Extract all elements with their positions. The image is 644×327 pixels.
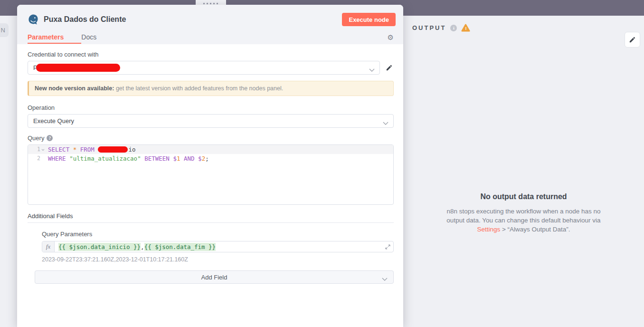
parameters-panel: Credential to connect with P bbox=[17, 44, 403, 284]
redaction-mark bbox=[36, 64, 120, 72]
add-field-button[interactable]: Add Field bbox=[35, 270, 394, 284]
gear-icon[interactable]: ⚙ bbox=[388, 34, 394, 41]
operation-select[interactable]: Execute Query bbox=[28, 114, 394, 128]
credential-select[interactable]: P bbox=[28, 61, 380, 75]
code-text: WHERE "ultima_atualizacao" BETWEEN $1 AN… bbox=[45, 154, 209, 163]
chevron-down-icon bbox=[369, 67, 375, 74]
code-line: 2 WHERE "ultima_atualizacao" BETWEEN $1 … bbox=[28, 154, 393, 163]
n8n-node-detail-view: N OUTPUT i ! No output data ret bbox=[0, 0, 644, 327]
pencil-icon bbox=[386, 64, 393, 71]
modal-header: Puxa Dados do Cliente Execute node Param… bbox=[17, 5, 403, 44]
expression-value[interactable]: {{ $json.data_inicio }},{{ $json.data_fi… bbox=[55, 241, 382, 252]
active-tab-underline bbox=[28, 43, 81, 44]
code-line: 1 SELECT * FROM io bbox=[28, 145, 393, 154]
output-panel-title: OUTPUT bbox=[412, 24, 446, 31]
warning-exclamation: ! bbox=[461, 26, 470, 31]
sql-code-editor[interactable]: 1 SELECT * FROM io 2 WHERE "ultima_atual… bbox=[28, 144, 394, 205]
operation-label: Operation bbox=[28, 104, 394, 111]
pencil-icon bbox=[629, 36, 636, 43]
no-output-text-after: > “Always Output Data”. bbox=[500, 226, 570, 233]
notice-bold: New node version available: bbox=[35, 85, 114, 92]
no-output-message: No output data returned n8n stops execut… bbox=[443, 192, 605, 234]
fx-icon[interactable]: fx bbox=[42, 241, 55, 252]
tab-bar: Parameters Docs bbox=[28, 33, 114, 41]
additional-fields-heading: Additional Fields bbox=[28, 212, 394, 220]
no-output-text-before: n8n stops executing the workflow when a … bbox=[446, 208, 600, 224]
tab-parameters[interactable]: Parameters bbox=[28, 33, 64, 41]
tab-docs[interactable]: Docs bbox=[81, 33, 96, 41]
node-title: Puxa Dados do Cliente bbox=[44, 15, 126, 24]
output-panel: OUTPUT i ! No output data returned n8n s… bbox=[403, 16, 644, 327]
no-output-body: n8n stops executing the workflow when a … bbox=[445, 207, 602, 234]
code-text: SELECT * FROM io bbox=[45, 145, 135, 154]
node-settings-modal: Puxa Dados do Cliente Execute node Param… bbox=[17, 5, 403, 327]
info-icon[interactable]: i bbox=[450, 25, 457, 31]
query-parameters-label: Query Parameters bbox=[42, 231, 394, 238]
output-header: OUTPUT i ! bbox=[412, 24, 640, 32]
chevron-down-icon bbox=[383, 120, 388, 127]
warning-icon[interactable]: ! bbox=[461, 24, 470, 32]
add-field-label: Add Field bbox=[201, 274, 227, 281]
edit-output-button[interactable] bbox=[625, 32, 640, 48]
operation-value: Execute Query bbox=[33, 117, 74, 125]
postgres-node-icon bbox=[28, 14, 39, 25]
expression-preview: 2023-09-22T23:37:21.160Z,2023-12-01T10:1… bbox=[42, 256, 394, 263]
redaction-mark bbox=[98, 146, 128, 153]
no-output-title: No output data returned bbox=[443, 192, 605, 201]
divider bbox=[28, 222, 394, 223]
notice-text: get the latest version with added featur… bbox=[114, 85, 283, 92]
settings-link[interactable]: Settings bbox=[477, 226, 500, 233]
fold-chevron-icon[interactable] bbox=[40, 145, 45, 154]
line-number: 1 bbox=[28, 145, 40, 154]
canvas-edge-node[interactable]: N bbox=[0, 23, 9, 37]
expression-input: fx {{ $json.data_inicio }},{{ $json.data… bbox=[42, 241, 394, 252]
execute-node-button[interactable]: Execute node bbox=[342, 13, 396, 26]
edit-credential-button[interactable] bbox=[384, 63, 394, 73]
chevron-down-icon bbox=[382, 276, 388, 283]
line-number: 2 bbox=[28, 154, 40, 163]
credential-label: Credential to connect with bbox=[28, 51, 394, 58]
query-label: Query bbox=[28, 135, 44, 142]
help-icon[interactable]: ? bbox=[47, 135, 53, 141]
expand-expression-icon[interactable] bbox=[382, 241, 393, 252]
new-version-notice: New node version available: get the late… bbox=[28, 81, 394, 96]
